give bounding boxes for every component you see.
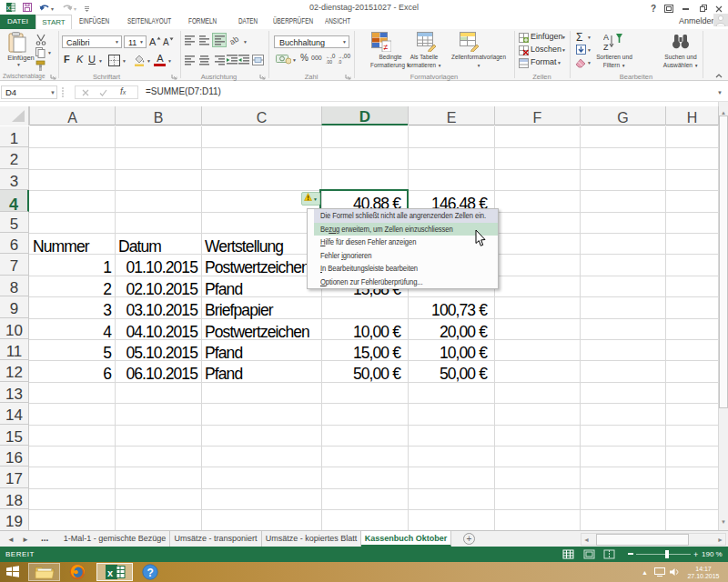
svg-text:≠: ≠ — [384, 43, 389, 52]
svg-text:A: A — [603, 33, 609, 42]
svg-text:?: ? — [147, 567, 154, 579]
svg-text:x: x — [7, 4, 11, 12]
svg-text:x: x — [107, 567, 114, 578]
svg-text:Z: Z — [603, 43, 609, 52]
